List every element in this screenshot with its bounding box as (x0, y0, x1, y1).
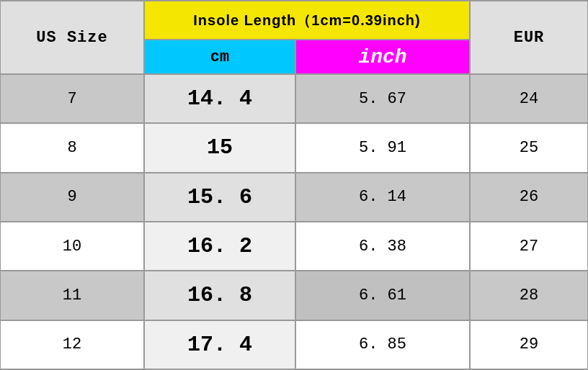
us-size-cell: 7 (0, 74, 144, 123)
cm-cell: 15. 6 (144, 173, 295, 222)
eur-cell: 27 (470, 222, 588, 271)
eur-cell: 29 (470, 320, 588, 369)
eur-header: EUR (470, 1, 588, 74)
cm-cell: 17. 4 (144, 320, 295, 369)
table-row: 915. 66. 1426 (0, 173, 588, 222)
us-size-cell: 12 (0, 320, 144, 369)
eur-cell: 26 (470, 173, 588, 222)
us-size-header: US Size (0, 1, 144, 74)
size-chart: US Size Insole Length（1cm=0.39inch) EUR … (0, 0, 588, 370)
cm-cell: 16. 2 (144, 222, 295, 271)
cm-cell: 15 (144, 123, 295, 172)
insole-length-header: Insole Length（1cm=0.39inch) (144, 1, 470, 40)
cm-subheader: cm (144, 40, 295, 74)
inch-cell: 5. 67 (295, 74, 470, 123)
cm-cell: 14. 4 (144, 74, 295, 123)
inch-subheader: inch (295, 40, 470, 74)
inch-cell: 6. 38 (295, 222, 470, 271)
us-size-cell: 8 (0, 123, 144, 172)
us-size-cell: 10 (0, 222, 144, 271)
table-row: 8155. 9125 (0, 123, 588, 172)
cm-cell: 16. 8 (144, 271, 295, 320)
table-row: 1116. 86. 6128 (0, 271, 588, 320)
inch-cell: 6. 14 (295, 173, 470, 222)
inch-cell: 6. 85 (295, 320, 470, 369)
inch-cell: 5. 91 (295, 123, 470, 172)
table-row: 1016. 26. 3827 (0, 222, 588, 271)
table-row: 1217. 46. 8529 (0, 320, 588, 369)
eur-cell: 24 (470, 74, 588, 123)
eur-cell: 25 (470, 123, 588, 172)
us-size-cell: 9 (0, 173, 144, 222)
us-size-cell: 11 (0, 271, 144, 320)
inch-cell: 6. 61 (295, 271, 470, 320)
table-row: 714. 45. 6724 (0, 74, 588, 123)
eur-cell: 28 (470, 271, 588, 320)
